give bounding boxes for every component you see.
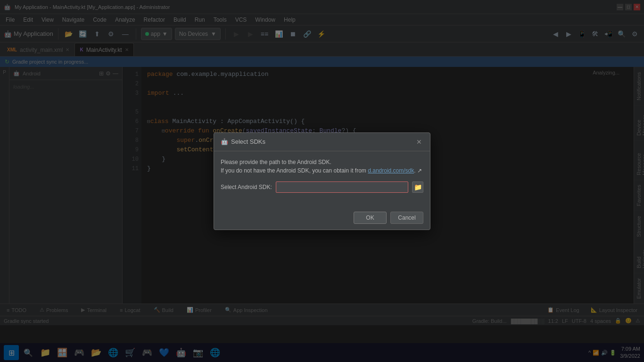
sdk-path-input[interactable]	[276, 181, 408, 193]
dialog-desc2-text: If you do not have the Android SDK, you …	[221, 167, 366, 174]
modal-overlay: 🤖 Select SDKs ✕ Please provide the path …	[0, 0, 644, 362]
dialog-body: Please provide the path to the Android S…	[214, 151, 430, 208]
dialog-title: 🤖 Select SDKs	[221, 138, 265, 145]
dialog-desc2: If you do not have the Android SDK, you …	[221, 167, 423, 174]
dialog-header: 🤖 Select SDKs ✕	[214, 133, 430, 151]
sdk-path-field: Select Android SDK: 📁	[221, 181, 423, 193]
dialog-close-button[interactable]: ✕	[415, 138, 423, 146]
dialog-title-text: Select SDKs	[231, 138, 265, 145]
sdk-field-label: Select Android SDK:	[221, 184, 272, 190]
dialog-footer: OK Cancel	[214, 208, 430, 230]
dialog-desc1: Please provide the path to the Android S…	[221, 159, 423, 165]
select-sdks-dialog: 🤖 Select SDKs ✕ Please provide the path …	[214, 132, 430, 230]
dialog-title-icon: 🤖	[221, 138, 228, 145]
browse-button[interactable]: 📁	[412, 181, 423, 193]
android-sdk-link[interactable]: d.android.com/sdk	[368, 167, 414, 174]
ok-button[interactable]: OK	[354, 212, 387, 224]
external-link-icon: ↗	[417, 167, 422, 174]
cancel-button[interactable]: Cancel	[390, 212, 423, 224]
